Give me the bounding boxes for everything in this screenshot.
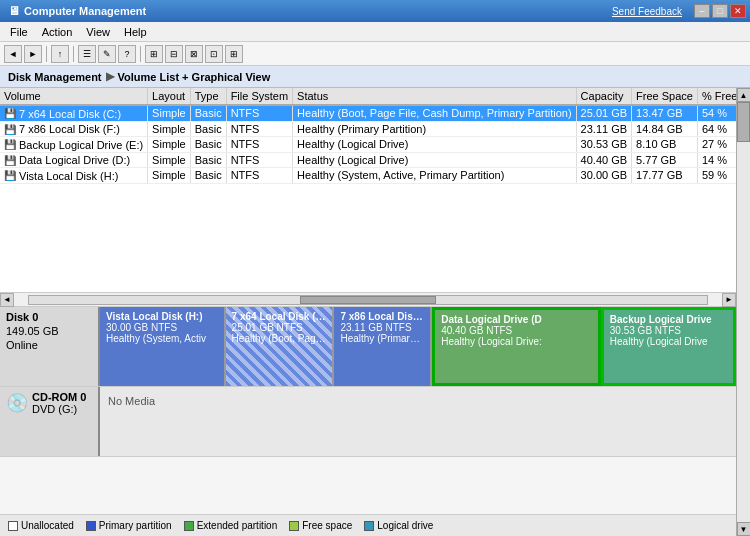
volume-icon: 💾 — [4, 124, 16, 135]
cell-layout: Simple — [148, 121, 191, 137]
minimize-button[interactable]: – — [694, 4, 710, 18]
disk0-partitions: Vista Local Disk (H:) 30.00 GB NTFS Heal… — [100, 307, 736, 386]
cell-status: Healthy (Logical Drive) — [293, 152, 577, 168]
legend-primary-icon — [86, 521, 96, 531]
cdrom0-partitions: No Media — [100, 387, 736, 456]
scroll-left-arrow[interactable]: ◄ — [0, 293, 14, 307]
scroll-thumb[interactable] — [300, 296, 436, 304]
cell-type: Basic — [190, 105, 226, 121]
scroll-track[interactable] — [28, 295, 708, 305]
legend-logical-icon — [364, 521, 374, 531]
up-button[interactable]: ↑ — [51, 45, 69, 63]
table-row[interactable]: 💾 7 x86 Local Disk (F:) Simple Basic NTF… — [0, 121, 736, 137]
table-row[interactable]: 💾 Backup Logical Drive (E:) Simple Basic… — [0, 137, 736, 153]
cell-status: Healthy (Primary Partition) — [293, 121, 577, 137]
legend-logical-label: Logical drive — [377, 520, 433, 531]
cell-layout: Simple — [148, 105, 191, 121]
cell-layout: Simple — [148, 152, 191, 168]
col-filesystem[interactable]: File System — [226, 88, 292, 105]
disk-partition-2[interactable]: 7 x86 Local Disk (F:) 23.11 GB NTFS Heal… — [334, 307, 432, 386]
col-percentfree[interactable]: % Free — [697, 88, 736, 105]
legend-unalloc-icon — [8, 521, 18, 531]
breadcrumb-part1: Disk Management — [8, 71, 102, 83]
empty-space — [0, 457, 736, 487]
cell-capacity: 40.40 GB — [576, 152, 631, 168]
cell-capacity: 30.53 GB — [576, 137, 631, 153]
app-icon: 🖥 — [8, 4, 20, 18]
tool5-button[interactable]: ⊞ — [225, 45, 243, 63]
close-button[interactable]: ✕ — [730, 4, 746, 18]
menu-view[interactable]: View — [80, 24, 116, 40]
cell-freespace: 17.77 GB — [632, 168, 698, 184]
breadcrumb: Disk Management ▶ Volume List + Graphica… — [0, 66, 750, 88]
menu-help[interactable]: Help — [118, 24, 153, 40]
v-scroll-down[interactable]: ▼ — [737, 522, 751, 536]
partition-size: 25.01 GB NTFS — [232, 322, 327, 333]
cdrom0-drive: DVD (G:) — [32, 403, 86, 415]
volume-table-area: Volume Layout Type File System Status Ca… — [0, 88, 736, 293]
disk-partition-3[interactable]: Data Logical Drive (D 40.40 GB NTFS Heal… — [432, 307, 601, 386]
legend-extended: Extended partition — [184, 520, 278, 531]
partition-name: 7 x86 Local Disk (F:) — [340, 311, 424, 322]
disk-partition-0[interactable]: Vista Local Disk (H:) 30.00 GB NTFS Heal… — [100, 307, 226, 386]
maximize-button[interactable]: □ — [712, 4, 728, 18]
tool1-button[interactable]: ⊞ — [145, 45, 163, 63]
disk0-status: Online — [6, 339, 92, 351]
legend-free-label: Free space — [302, 520, 352, 531]
cdrom-icon: 💿 — [6, 392, 28, 414]
help-button[interactable]: ? — [118, 45, 136, 63]
table-row[interactable]: 💾 Data Logical Drive (D:) Simple Basic N… — [0, 152, 736, 168]
disk0-size: 149.05 GB — [6, 325, 92, 337]
properties-button[interactable]: ✎ — [98, 45, 116, 63]
v-scroll-track[interactable] — [737, 102, 750, 522]
table-row[interactable]: 💾 7 x64 Local Disk (C:) Simple Basic NTF… — [0, 105, 736, 121]
cdrom0-name: CD-ROM 0 — [32, 391, 86, 403]
cell-freespace: 8.10 GB — [632, 137, 698, 153]
cdrom0-info: 💿 CD-ROM 0 DVD (G:) — [0, 387, 100, 456]
partition-status: Healthy (System, Activ — [106, 333, 218, 344]
breadcrumb-part2: Volume List + Graphical View — [118, 71, 271, 83]
col-freespace[interactable]: Free Space — [632, 88, 698, 105]
legend-primary: Primary partition — [86, 520, 172, 531]
cell-type: Basic — [190, 152, 226, 168]
partition-size: 23.11 GB NTFS — [340, 322, 424, 333]
no-media-label: No Media — [108, 395, 728, 407]
toolbar-separator-2 — [73, 46, 74, 62]
col-status[interactable]: Status — [293, 88, 577, 105]
legend-logical: Logical drive — [364, 520, 433, 531]
col-layout[interactable]: Layout — [148, 88, 191, 105]
col-type[interactable]: Type — [190, 88, 226, 105]
scroll-right-arrow[interactable]: ► — [722, 293, 736, 307]
disk-partition-4[interactable]: Backup Logical Drive 30.53 GB NTFS Healt… — [601, 307, 736, 386]
cell-type: Basic — [190, 137, 226, 153]
tool4-button[interactable]: ⊡ — [205, 45, 223, 63]
v-scroll-up[interactable]: ▲ — [737, 88, 751, 102]
partition-name: 7 x64 Local Disk (C:) — [232, 311, 327, 322]
horizontal-scrollbar[interactable]: ◄ ► — [0, 293, 736, 307]
menu-bar: File Action View Help — [0, 22, 750, 42]
disk0-info: Disk 0 149.05 GB Online — [0, 307, 100, 386]
send-feedback-link[interactable]: Send Feedback — [612, 6, 682, 17]
cell-volume: 💾 Vista Local Disk (H:) — [0, 168, 148, 184]
show-hide-button[interactable]: ☰ — [78, 45, 96, 63]
title-bar: 🖥 Computer Management Send Feedback – □ … — [0, 0, 750, 22]
back-button[interactable]: ◄ — [4, 45, 22, 63]
legend-primary-label: Primary partition — [99, 520, 172, 531]
menu-action[interactable]: Action — [36, 24, 79, 40]
vertical-scrollbar[interactable]: ▲ ▼ — [736, 88, 750, 536]
forward-button[interactable]: ► — [24, 45, 42, 63]
disk-partition-1[interactable]: 7 x64 Local Disk (C:) 25.01 GB NTFS Heal… — [226, 307, 335, 386]
cell-volume: 💾 Backup Logical Drive (E:) — [0, 137, 148, 153]
tool3-button[interactable]: ⊠ — [185, 45, 203, 63]
col-capacity[interactable]: Capacity — [576, 88, 631, 105]
table-row[interactable]: 💾 Vista Local Disk (H:) Simple Basic NTF… — [0, 168, 736, 184]
legend: Unallocated Primary partition Extended p… — [0, 514, 736, 536]
legend-free-icon — [289, 521, 299, 531]
tool2-button[interactable]: ⊟ — [165, 45, 183, 63]
col-volume[interactable]: Volume — [0, 88, 148, 105]
cell-percentfree: 64 % — [697, 121, 736, 137]
menu-file[interactable]: File — [4, 24, 34, 40]
disk0-row: Disk 0 149.05 GB Online Vista Local Disk… — [0, 307, 736, 387]
v-scroll-thumb[interactable] — [737, 102, 750, 142]
toolbar-separator-1 — [46, 46, 47, 62]
